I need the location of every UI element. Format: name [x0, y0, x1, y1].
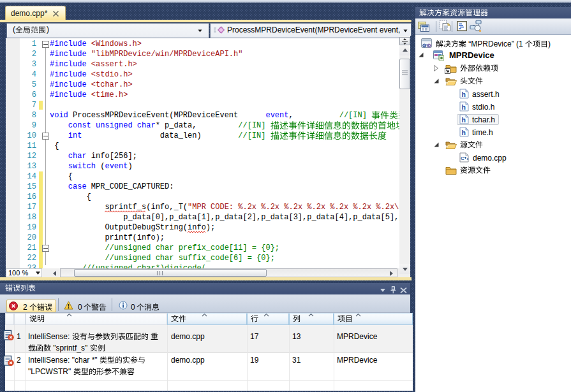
svg-text:h: h	[462, 103, 466, 111]
svg-text:C: C	[461, 156, 464, 161]
svg-text:h: h	[462, 91, 466, 98]
svg-text:h: h	[462, 116, 466, 124]
svg-text:h: h	[462, 129, 466, 136]
